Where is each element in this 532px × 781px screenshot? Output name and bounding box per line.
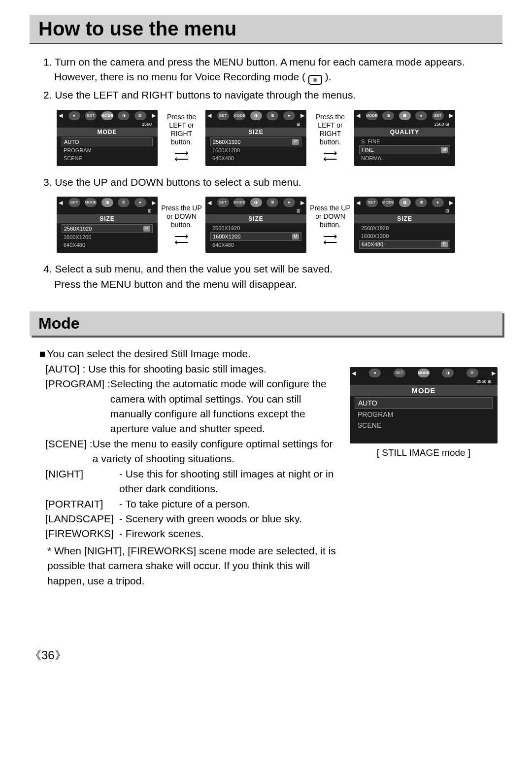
nav-right-icon: ▶ [151,112,157,119]
screen-caption: [ STILL IMAGE mode ] [377,447,470,458]
section-mode-title: Mode [38,314,494,333]
between-arrows-2: Press the LEFT or RIGHT button. ⟶⟵ [309,113,351,163]
step-1: 1. Turn on the camera and press the MENU… [43,55,502,85]
screen-quality: ◀ MODE ◑ ⊞ ● SET ▶ 2560 ⊞ QUALITY S. FIN… [354,110,455,166]
between-arrows-3: Press the UP or DOWN button. ⟶⟵ [161,204,202,245]
screens-row-2: ◀ SET MODE ◑ ⊞ ● ▶ ⊞ SIZE 2560X1920P 160… [57,197,502,253]
between-arrows-1: Press the LEFT or RIGHT button. ⟶⟵ [161,113,202,163]
page-number: 《36》 [30,647,502,663]
screen-mode: ◀ ● SET MODE ◑ ⊞ ▶ 2560 MODE AUTO PROGRA… [57,110,158,166]
nav-left-icon: ◀ [58,112,64,119]
mode-footnote: * When [NIGHT], [FIREWORKS] scene mode a… [47,543,340,588]
page-title-bar: How to use the menu [30,15,502,44]
screen-still-image-mode: ◀ ● SET MODE ◑ ⊞ ▶ 2560 ⊞ MODE AUTO PROG… [350,367,498,443]
step-2: 2. Use the LEFT and RIGHT buttons to nav… [43,88,502,102]
step-3: 3. Use the UP and DOWN buttons to select… [43,175,502,190]
screen-size: ◀ SET MODE ◑ ⊞ ● ▶ ⊞ SIZE 2560X1920P 160… [205,110,306,166]
screen-size-sel3: ◀ SET MODE ◑ ⊞ ● ▶ ⊞ SIZE 2560X1920 1600… [354,197,455,253]
section-mode-header: Mode [30,311,502,336]
screens-row-1: ◀ ● SET MODE ◑ ⊞ ▶ 2560 MODE AUTO PROGRA… [57,110,502,166]
screen-size-sel2: ◀ SET MODE ◑ ⊞ ● ▶ ⊞ SIZE 2560X1920 1600… [205,197,306,253]
page-title: How to use the menu [38,18,494,40]
screen-size-sel1: ◀ SET MODE ◑ ⊞ ● ▶ ⊞ SIZE 2560X1920P 160… [57,197,158,253]
between-arrows-4: Press the UP or DOWN button. ⟶⟵ [309,204,351,245]
step-4: 4. Select a sub menu, and then the value… [43,262,502,292]
mode-description: ■ You can select the desired Still Image… [39,346,340,588]
voice-recording-icon: ◎ [308,75,322,85]
instructions: 1. Turn on the camera and press the MENU… [43,55,502,103]
